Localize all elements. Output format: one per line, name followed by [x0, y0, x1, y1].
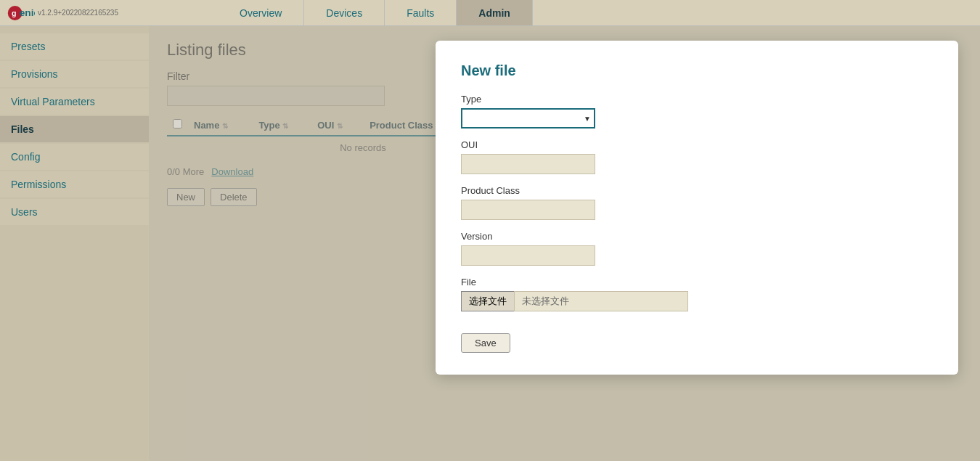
tab-overview[interactable]: Overview: [218, 0, 304, 25]
tab-devices[interactable]: Devices: [304, 0, 385, 25]
product-class-input[interactable]: [461, 200, 595, 220]
sidebar-item-users[interactable]: Users: [0, 199, 149, 225]
sidebar-item-virtual-parameters[interactable]: Virtual Parameters: [0, 89, 149, 115]
file-field-group: File 选择文件 未选择文件: [461, 277, 933, 311]
tab-admin[interactable]: Admin: [457, 0, 533, 25]
version-label: Version: [461, 231, 933, 242]
modal-title: New file: [461, 62, 933, 79]
logo-icon: g enieAes: [7, 2, 35, 24]
tab-faults[interactable]: Faults: [385, 0, 457, 25]
main-content: Listing files Filter Name ⇅ Type ⇅ OUI ⇅…: [149, 26, 980, 461]
header: g enieAes v1.2.9+20220822165235 Overview…: [0, 0, 980, 26]
oui-label: OUI: [461, 139, 933, 150]
version-field-group: Version: [461, 231, 933, 266]
oui-input[interactable]: [461, 154, 595, 174]
svg-text:enieAes: enieAes: [20, 7, 35, 17]
type-select[interactable]: [461, 108, 595, 128]
sidebar-item-files[interactable]: Files: [0, 116, 149, 142]
sidebar-item-permissions[interactable]: Permissions: [0, 171, 149, 197]
product-class-field-group: Product Class: [461, 185, 933, 220]
layout: Presets Provisions Virtual Parameters Fi…: [0, 26, 980, 461]
modal-overlay: New file Type OUI Product Class: [149, 26, 980, 461]
file-upload-row: 选择文件 未选择文件: [461, 291, 933, 311]
oui-field-group: OUI: [461, 139, 933, 174]
version-text: v1.2.9+20220822165235: [38, 9, 118, 17]
logo-area: g enieAes v1.2.9+20220822165235: [0, 2, 218, 24]
type-select-wrapper: [461, 108, 595, 128]
file-no-selection-text: 未选择文件: [514, 291, 688, 311]
sidebar-item-config[interactable]: Config: [0, 144, 149, 170]
file-choose-button[interactable]: 选择文件: [461, 291, 514, 311]
new-file-modal: New file Type OUI Product Class: [436, 41, 958, 375]
sidebar: Presets Provisions Virtual Parameters Fi…: [0, 26, 149, 461]
type-field-group: Type: [461, 94, 933, 128]
product-class-label: Product Class: [461, 185, 933, 196]
save-button[interactable]: Save: [461, 333, 510, 353]
nav-tabs: Overview Devices Faults Admin: [218, 0, 533, 25]
sidebar-item-presets[interactable]: Presets: [0, 33, 149, 60]
svg-text:g: g: [12, 8, 17, 17]
type-label: Type: [461, 94, 933, 105]
file-label: File: [461, 277, 933, 287]
sidebar-item-provisions[interactable]: Provisions: [0, 61, 149, 87]
version-input[interactable]: [461, 245, 595, 266]
